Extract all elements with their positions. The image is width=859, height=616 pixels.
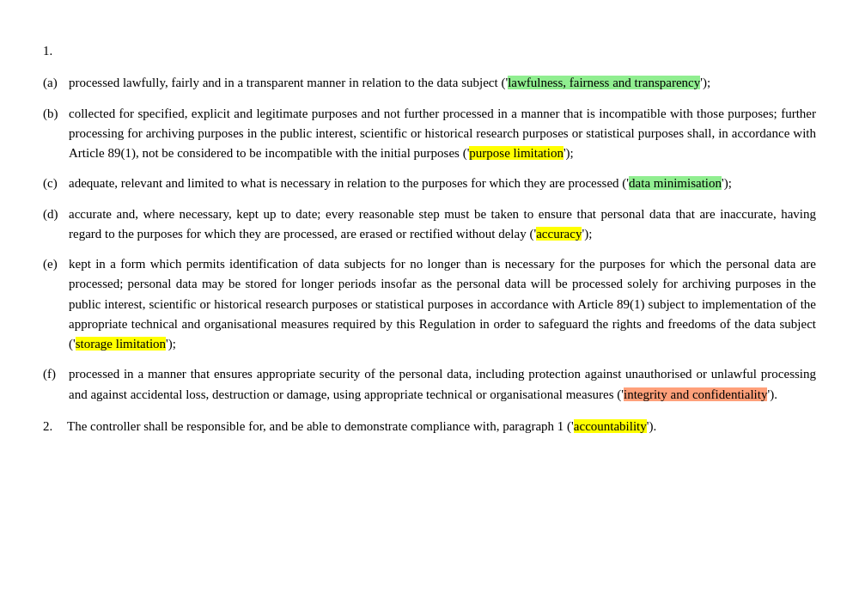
- highlight-green: data minimisation: [629, 176, 722, 190]
- main-list-item-2: 2. The controller shall be responsible f…: [43, 417, 816, 436]
- list-letter-1: (b): [43, 104, 62, 164]
- list-letter-3: (d): [43, 204, 62, 245]
- list-letter-2: (c): [43, 174, 62, 193]
- sub-list-item-1: (b)collected for specified, explicit and…: [43, 104, 816, 164]
- list-num-2: 2.: [43, 417, 60, 436]
- highlight-yellow: accuracy: [536, 227, 582, 241]
- main-list: 1.: [43, 41, 816, 61]
- sub-list-item-2: (c)adequate, relevant and limited to wha…: [43, 174, 816, 193]
- list-letter-5: (f): [43, 364, 62, 405]
- highlight-yellow-p2: accountability: [574, 419, 647, 433]
- list-content-4: kept in a form which permits identificat…: [69, 254, 816, 354]
- sub-list-item-4: (e)kept in a form which permits identifi…: [43, 254, 816, 354]
- highlight-yellow: storage limitation: [76, 337, 166, 351]
- list-content-5: processed in a manner that ensures appro…: [69, 364, 816, 405]
- list-content-0: processed lawfully, fairly and in a tran…: [69, 73, 816, 93]
- article-container: 1. (a)processed lawfully, fairly and in …: [43, 41, 816, 436]
- list-num-1: 1.: [43, 41, 60, 61]
- main-list-item-1: 1.: [43, 41, 816, 61]
- list-letter-4: (e): [43, 254, 62, 354]
- sub-list-item-0: (a)processed lawfully, fairly and in a t…: [43, 73, 816, 93]
- highlight-yellow: purpose limitation: [469, 146, 564, 160]
- highlight-orange: integrity and confidentiality: [624, 387, 767, 401]
- list-letter-0: (a): [43, 73, 62, 93]
- list-content-2: adequate, relevant and limited to what i…: [69, 174, 816, 193]
- list-content-1: collected for specified, explicit and le…: [69, 104, 816, 164]
- list-content-3: accurate and, where necessary, kept up t…: [69, 204, 816, 245]
- sub-list-item-3: (d)accurate and, where necessary, kept u…: [43, 204, 816, 245]
- sub-list-item-5: (f)processed in a manner that ensures ap…: [43, 364, 816, 405]
- main-list-2: 2. The controller shall be responsible f…: [43, 417, 816, 436]
- sub-list: (a)processed lawfully, fairly and in a t…: [43, 73, 816, 405]
- highlight-green: lawfulness, fairness and transparency: [508, 76, 700, 89]
- paragraph2: The controller shall be responsible for,…: [67, 417, 656, 436]
